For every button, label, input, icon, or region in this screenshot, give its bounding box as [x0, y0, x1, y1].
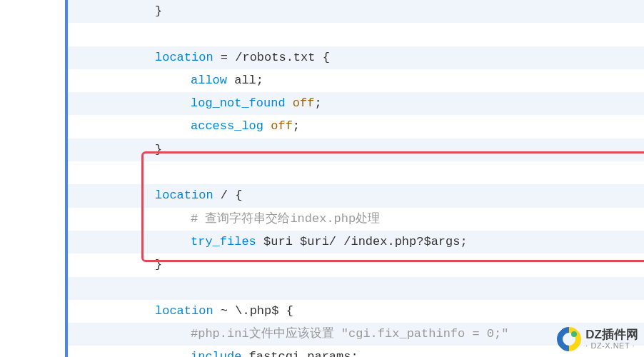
code-line: location ~ \.php$ { — [68, 300, 644, 323]
value-off: off — [286, 96, 315, 110]
code-line: try_files $uri $uri/ /index.php?$args; — [68, 231, 644, 253]
code-line: location = /robots.txt { — [68, 46, 644, 69]
code-line: } — [68, 253, 644, 276]
line-gutter — [0, 0, 68, 357]
operator-tilde: ~ — [213, 304, 236, 318]
brace-close: } — [155, 4, 162, 18]
code-line: access_log off; — [68, 115, 644, 138]
code-line: allow all; — [68, 69, 644, 92]
operator-eq: = — [213, 51, 236, 64]
watermark: DZ插件网 · DZ-X.NET · — [557, 327, 638, 351]
code-area: } location = /robots.txt { allow all; lo… — [68, 0, 644, 357]
semicolon: ; — [256, 74, 263, 87]
brace-open: { — [235, 188, 242, 202]
code-line-blank — [68, 161, 644, 184]
value-off: off — [263, 119, 293, 133]
path-literal: / — [213, 188, 236, 202]
code-line: log_not_found off; — [68, 92, 644, 115]
brace-close: } — [155, 143, 162, 156]
code-line: # 查询字符串交给index.php处理 — [68, 208, 644, 231]
comment-text: #php.ini文件中应该设置 "cgi.fix_pathinfo = 0;" — [191, 327, 508, 341]
directive-log-not-found: log_not_found — [191, 96, 286, 110]
code-line: } — [68, 139, 644, 161]
keyword-location: location — [155, 51, 213, 64]
brace-open: { — [315, 51, 329, 64]
code-viewer: } location = /robots.txt { allow all; lo… — [0, 0, 644, 357]
semicolon: ; — [293, 119, 300, 133]
semicolon: ; — [314, 96, 321, 110]
keyword-location: location — [155, 304, 213, 318]
brace-close: } — [155, 258, 162, 271]
code-line-blank — [68, 277, 644, 300]
keyword-location: location — [155, 188, 213, 202]
value-fastcgi-params: fastcgi_params — [241, 350, 351, 357]
directive-access-log: access_log — [191, 119, 263, 133]
directive-allow: allow — [191, 74, 227, 87]
watermark-logo-icon — [557, 327, 581, 351]
path-literal: /robots.txt — [235, 51, 315, 64]
semicolon: ; — [351, 350, 358, 357]
code-line-blank — [68, 23, 644, 46]
code-line: location / { — [68, 184, 644, 207]
watermark-brand: DZ插件网 — [585, 328, 638, 342]
code-line: } — [68, 0, 644, 23]
regex-literal: \.php$ — [235, 304, 278, 318]
comment-text: # 查询字符串交给index.php处理 — [191, 212, 380, 226]
try-files-args: $uri $uri/ /index.php?$args — [256, 235, 461, 248]
directive-try-files: try_files — [191, 235, 256, 248]
value-all: all — [227, 74, 256, 87]
watermark-url: · DZ-X.NET · — [585, 341, 638, 350]
directive-include: include — [191, 350, 241, 357]
watermark-text: DZ插件网 · DZ-X.NET · — [585, 328, 638, 351]
semicolon: ; — [460, 235, 467, 248]
brace-open: { — [278, 304, 293, 318]
